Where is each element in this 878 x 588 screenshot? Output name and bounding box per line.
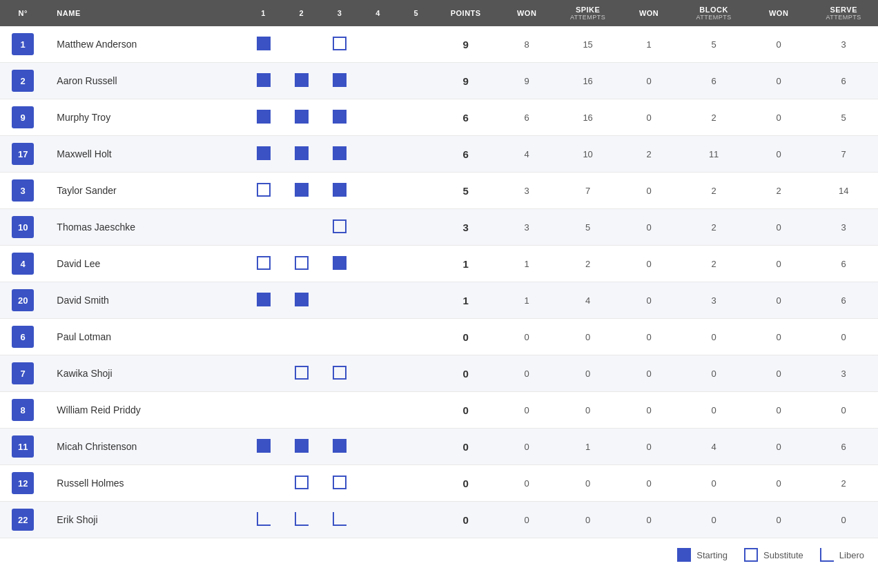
set5-cell (397, 319, 435, 355)
block-won-cell: 0 (618, 355, 679, 392)
player-number-badge: 6 (12, 326, 34, 348)
block-att-cell: 3 (679, 282, 748, 319)
set3-cell (321, 319, 359, 355)
player-number-badge: 20 (12, 289, 34, 311)
set5-cell (397, 429, 435, 465)
set2-cell (282, 355, 320, 392)
legend: Starting Substitute Libero (0, 538, 878, 571)
table-row: 11 Micah Christenson 0 0 1 0 4 0 6 (0, 429, 878, 465)
block-att-cell: 2 (679, 246, 748, 282)
block-won-cell: 0 (618, 63, 679, 99)
libero-icon (333, 512, 347, 526)
serve-att-cell: 6 (809, 63, 878, 99)
col-header-set3: 3 (321, 0, 359, 26)
player-number-badge: 4 (12, 253, 34, 275)
starting-icon (295, 293, 309, 306)
starting-icon (257, 110, 271, 124)
block-att-cell: 0 (679, 355, 748, 392)
block-att-cell: 2 (679, 173, 748, 209)
set3-cell (321, 209, 359, 246)
col-header-set4: 4 (359, 0, 397, 26)
set5-cell (397, 246, 435, 282)
serve-won-cell: 0 (748, 136, 809, 173)
set4-cell (359, 173, 397, 209)
legend-starting: Starting (677, 548, 728, 562)
col-header-name: NAME (46, 0, 244, 26)
set3-cell (321, 246, 359, 282)
libero-label: Libero (839, 550, 864, 560)
points-cell: 3 (435, 209, 496, 246)
spike-att-cell: 5 (557, 209, 618, 246)
table-row: 12 Russell Holmes 0 0 0 0 0 0 2 (0, 465, 878, 502)
set2-cell (282, 99, 320, 136)
starting-icon (295, 110, 309, 124)
player-name-cell: Murphy Troy (46, 99, 244, 136)
serve-won-cell: 0 (748, 282, 809, 319)
starting-icon (257, 73, 271, 87)
set1-cell (244, 136, 282, 173)
table-row: 22 Erik Shoji 0 0 0 0 0 0 0 (0, 502, 878, 538)
set2-cell (282, 26, 320, 63)
player-number-cell: 9 (0, 99, 46, 136)
table-row: 9 Murphy Troy 6 6 16 0 2 0 5 (0, 99, 878, 136)
set1-cell (244, 282, 282, 319)
serve-att-cell: 0 (809, 319, 878, 355)
set4-cell (359, 465, 397, 502)
set4-cell (359, 63, 397, 99)
table-row: 8 William Reid Priddy 0 0 0 0 0 0 0 (0, 392, 878, 429)
set5-cell (397, 209, 435, 246)
table-row: 1 Matthew Anderson 9 8 15 1 5 0 3 (0, 26, 878, 63)
set1-cell (244, 209, 282, 246)
starting-icon (333, 110, 347, 124)
serve-won-cell: 0 (748, 355, 809, 392)
starting-icon (257, 293, 271, 306)
set1-cell (244, 26, 282, 63)
set2-cell (282, 246, 320, 282)
serve-att-cell: 3 (809, 26, 878, 63)
player-name-cell: Paul Lotman (46, 319, 244, 355)
set5-cell (397, 465, 435, 502)
set2-cell (282, 136, 320, 173)
set2-cell (282, 429, 320, 465)
set1-cell (244, 429, 282, 465)
starting-icon (333, 439, 347, 453)
block-won-cell: 0 (618, 173, 679, 209)
spike-att-cell: 15 (557, 26, 618, 63)
spike-att-cell: 0 (557, 392, 618, 429)
block-won-cell: 0 (618, 392, 679, 429)
set4-cell (359, 26, 397, 63)
block-att-cell: 0 (679, 465, 748, 502)
set5-cell (397, 282, 435, 319)
player-number-badge: 2 (12, 70, 34, 92)
set1-cell (244, 246, 282, 282)
spike-won-cell: 0 (496, 429, 557, 465)
points-cell: 0 (435, 319, 496, 355)
player-number-cell: 11 (0, 429, 46, 465)
table-row: 7 Kawika Shoji 0 0 0 0 0 0 3 (0, 355, 878, 392)
points-cell: 0 (435, 355, 496, 392)
spike-won-cell: 0 (496, 319, 557, 355)
set4-cell (359, 355, 397, 392)
set4-cell (359, 319, 397, 355)
spike-won-cell: 3 (496, 209, 557, 246)
block-att-cell: 4 (679, 429, 748, 465)
set3-cell (321, 26, 359, 63)
points-cell: 6 (435, 99, 496, 136)
substitute-icon (295, 256, 309, 270)
player-name-cell: Maxwell Holt (46, 136, 244, 173)
player-name-cell: William Reid Priddy (46, 392, 244, 429)
set3-cell (321, 465, 359, 502)
spike-won-cell: 4 (496, 136, 557, 173)
block-att-cell: 0 (679, 392, 748, 429)
serve-won-cell: 0 (748, 26, 809, 63)
points-cell: 1 (435, 246, 496, 282)
serve-att-cell: 0 (809, 502, 878, 538)
spike-att-cell: 2 (557, 246, 618, 282)
spike-won-cell: 0 (496, 355, 557, 392)
serve-won-cell: 0 (748, 429, 809, 465)
set2-cell (282, 173, 320, 209)
spike-won-cell: 0 (496, 502, 557, 538)
serve-won-cell: 0 (748, 99, 809, 136)
set4-cell (359, 502, 397, 538)
spike-att-cell: 1 (557, 429, 618, 465)
